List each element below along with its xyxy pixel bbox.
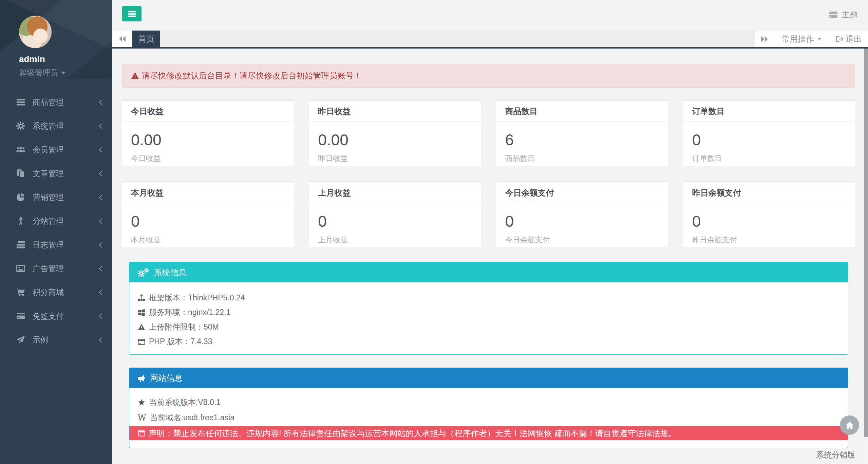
bars-icon xyxy=(128,10,136,18)
site-info-title: 网站信息 xyxy=(150,373,183,384)
stat-card-body: 0.00今日收益 xyxy=(122,122,294,164)
common-actions-dropdown[interactable]: 常用操作 xyxy=(774,31,829,47)
stat-card-value: 0.00 xyxy=(318,131,472,149)
chevron-left-icon xyxy=(99,290,105,295)
sidebar-profile: admin 超级管理员 xyxy=(0,0,112,79)
topbar: 主题 xyxy=(112,0,868,31)
sidebar-item-articles[interactable]: 文章管理 xyxy=(0,162,112,185)
stat-card-label: 商品数目 xyxy=(505,153,659,164)
stat-card-value: 0 xyxy=(692,212,846,230)
home-icon xyxy=(845,421,854,430)
scroll-tabs-right-button[interactable] xyxy=(755,31,774,47)
chevron-left-icon xyxy=(99,337,105,342)
sidebar-item-members[interactable]: 会员管理 xyxy=(0,138,112,162)
sidebar-item-ads[interactable]: 广告管理 xyxy=(0,257,112,280)
stat-card-label: 今日余额支付 xyxy=(505,235,659,245)
scroll-tabs-left-button[interactable] xyxy=(112,31,132,47)
theme-button[interactable]: 主题 xyxy=(829,9,858,20)
window-icon xyxy=(138,430,145,437)
windows-icon xyxy=(138,309,145,316)
sidebar-item-label: 营销管理 xyxy=(33,192,64,203)
chevron-left-icon xyxy=(99,147,105,152)
caret-down-icon xyxy=(817,38,822,40)
system-info-body: 框架版本：ThinkPHP5.0.24服务环境：nginx/1.22.1上传附件… xyxy=(129,282,848,354)
gears-icon xyxy=(137,268,150,277)
sidebar-item-goods[interactable]: 商品管理 xyxy=(0,90,112,114)
security-warning-alert: 请尽快修改默认后台目录！请尽快修改后台初始管理员账号！ xyxy=(122,64,855,88)
site-info-text: 当前域名:usdt.free1.asia xyxy=(150,412,234,423)
stat-card-label: 本月收益 xyxy=(131,235,285,245)
tab-home[interactable]: 首页 xyxy=(132,31,160,47)
page-scrollbar xyxy=(864,49,868,464)
sidebar-item-marketing[interactable]: 营销管理 xyxy=(0,185,112,209)
caret-down-icon xyxy=(61,72,66,74)
server-icon xyxy=(16,240,25,249)
backward-icon xyxy=(118,35,126,43)
stat-card-title: 上月收益 xyxy=(309,182,481,203)
sidebar-item-logs[interactable]: 日志管理 xyxy=(0,233,112,257)
list-icon xyxy=(16,98,25,107)
stat-card-title: 商品数目 xyxy=(496,101,668,122)
sidebar-item-label: 会员管理 xyxy=(33,145,64,155)
chevron-left-icon xyxy=(99,242,105,247)
stat-card-value: 0.00 xyxy=(131,131,285,149)
system-info-line: 服务环境：nginx/1.22.1 xyxy=(129,305,848,320)
stat-card-last-month-income: 上月收益0上月收益 xyxy=(309,181,481,247)
sidebar-item-label: 免签支付 xyxy=(33,311,64,321)
stat-card-value: 0 xyxy=(692,131,846,149)
system-info-line: 框架版本：ThinkPHP5.0.24 xyxy=(129,291,848,305)
stat-card-body: 0昨日余额支付 xyxy=(683,203,855,245)
stat-card-yesterday-income: 昨日收益0.00昨日收益 xyxy=(309,99,481,166)
sidebar-item-points-mall[interactable]: 积分商城 xyxy=(0,280,112,304)
sidebar-toggle-button[interactable] xyxy=(122,6,141,21)
scrollbar-thumb[interactable] xyxy=(864,49,868,437)
stat-card-label: 今日收益 xyxy=(131,153,285,164)
floating-home-button[interactable] xyxy=(840,415,859,435)
site-info-text: 当前系统版本:V8.0.1 xyxy=(149,397,221,408)
stat-card-body: 0本月收益 xyxy=(122,203,294,245)
sidebar: admin 超级管理员 商品管理系统管理会员管理文章管理营销管理分站管理日志管理… xyxy=(0,0,112,464)
stat-card-body: 0.00昨日收益 xyxy=(309,122,481,164)
sidebar-item-examples[interactable]: 示例 xyxy=(0,328,112,352)
stat-card-today-balance-pay: 今日余额支付0今日余额支付 xyxy=(496,181,668,247)
stat-card-order-count: 订单数目0订单数目 xyxy=(683,99,855,166)
chevron-left-icon xyxy=(99,313,105,319)
chevron-left-icon xyxy=(99,123,105,129)
tab-home-label: 首页 xyxy=(138,34,154,44)
stat-card-title: 昨日余额支付 xyxy=(683,182,855,203)
site-info-body: 当前系统版本:V8.0.1W当前域名:usdt.free1.asia 声明：禁止… xyxy=(129,388,848,448)
system-info-text: 服务环境：nginx/1.22.1 xyxy=(149,307,230,318)
files-icon xyxy=(16,169,25,178)
sidebar-item-label: 广告管理 xyxy=(33,263,64,274)
legal-notice-banner: 声明：禁止发布任何违法、违规内容! 所有法律责任由架设与运营本网站的人承担与（程… xyxy=(129,426,848,440)
sidebar-item-nosign-pay[interactable]: 免签支付 xyxy=(0,304,112,328)
stat-card-title: 今日余额支付 xyxy=(496,182,668,203)
pie-chart-icon xyxy=(16,193,25,202)
user-role-dropdown[interactable]: 超级管理员 xyxy=(19,68,112,78)
stat-card-label: 订单数目 xyxy=(692,153,846,164)
chevron-left-icon xyxy=(99,266,105,271)
sidebar-item-label: 商品管理 xyxy=(33,97,64,108)
warning-icon xyxy=(138,323,145,331)
stat-card-label: 昨日收益 xyxy=(318,153,472,164)
stat-card-value: 0 xyxy=(318,212,472,230)
theme-icon xyxy=(829,10,838,19)
site-info-line: W当前域名:usdt.free1.asia xyxy=(129,410,848,425)
logout-button[interactable]: 退出 xyxy=(829,31,868,47)
stat-card-title: 订单数目 xyxy=(683,101,855,122)
bullhorn-icon xyxy=(137,374,146,382)
chevron-left-icon xyxy=(99,171,105,176)
user-avatar[interactable] xyxy=(19,16,52,48)
chevron-left-icon xyxy=(99,218,105,224)
tab-strip xyxy=(160,31,755,47)
sidebar-item-label: 文章管理 xyxy=(33,168,64,179)
sidebar-item-system[interactable]: 系统管理 xyxy=(0,114,112,138)
sidebar-item-label: 系统管理 xyxy=(33,121,64,131)
stat-cards-grid: 今日收益0.00今日收益昨日收益0.00昨日收益商品数目6商品数目订单数目0订单… xyxy=(122,99,855,247)
stat-card-value: 0 xyxy=(131,212,285,230)
stat-card-yesterday-balance-pay: 昨日余额支付0昨日余额支付 xyxy=(683,181,855,247)
system-info-line: PHP 版本：7.4.33 xyxy=(129,334,848,349)
sidebar-item-subsites[interactable]: 分站管理 xyxy=(0,209,112,233)
system-info-header: 系统信息 xyxy=(129,262,848,282)
site-info-line: 当前系统版本:V8.0.1 xyxy=(129,395,848,410)
